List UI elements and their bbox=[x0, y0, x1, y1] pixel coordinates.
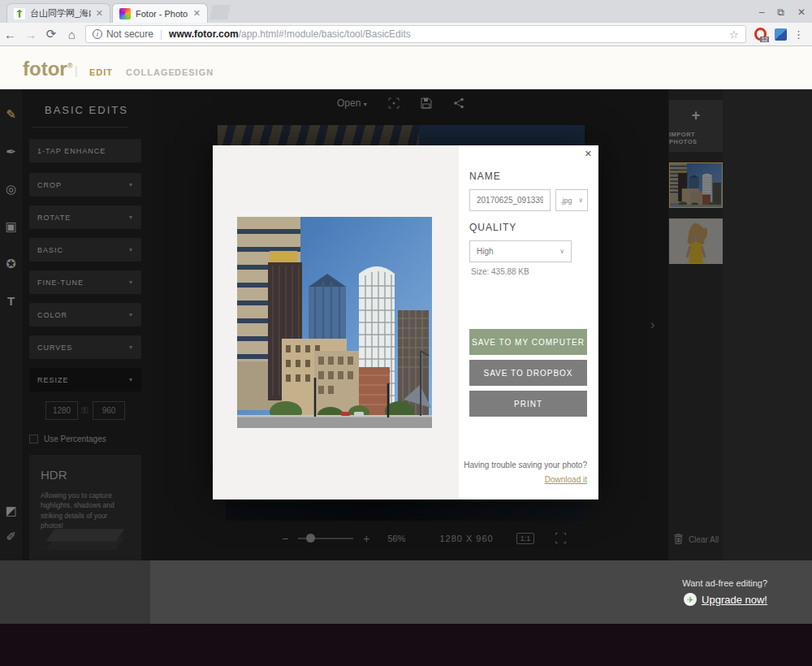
mosaic-icon[interactable]: ◩ bbox=[5, 504, 16, 518]
caret-down-icon: ▾ bbox=[129, 181, 133, 188]
download-it-link[interactable]: Download it bbox=[545, 475, 587, 484]
print-button[interactable]: PRINT bbox=[469, 391, 587, 417]
save-to-computer-button[interactable]: SAVE TO MY COMPUTER bbox=[469, 329, 587, 355]
panel-divider bbox=[32, 127, 128, 128]
file-size-text: Size: 435.88 KB bbox=[471, 267, 529, 276]
import-photos-button[interactable]: + IMPORT PHOTOS bbox=[669, 100, 723, 152]
back-icon[interactable]: ← bbox=[0, 28, 20, 41]
address-bar[interactable]: i Not secure | www.fotor.com /app.html#!… bbox=[85, 25, 746, 43]
tool-label: RESIZE bbox=[37, 376, 69, 384]
caret-down-icon: ∨ bbox=[559, 248, 564, 255]
hdr-promo-card[interactable]: HDR Allowing you to capture highlights, … bbox=[29, 455, 141, 560]
photo-thumbnail-woman[interactable] bbox=[669, 218, 723, 264]
security-label: Not secure bbox=[106, 28, 153, 40]
tool-rail: ✎ ✒ ◎ ▣ ✪ T ◩ ✐ bbox=[0, 89, 22, 560]
browser-tab-1[interactable]: 台山同学网_海内外台山 ✕ bbox=[6, 3, 110, 23]
nav-design[interactable]: DESIGN bbox=[175, 67, 214, 77]
home-icon[interactable]: ⌂ bbox=[62, 28, 82, 41]
beauty-icon[interactable]: ◎ bbox=[6, 182, 16, 197]
panel-collapse-chevron-icon[interactable]: › bbox=[650, 318, 654, 332]
url-host: www.fotor.com bbox=[169, 28, 239, 40]
aspect-lock-icon[interactable]: ⚿ bbox=[81, 405, 88, 416]
fullscreen-icon[interactable] bbox=[555, 533, 566, 545]
window-minimize-icon[interactable]: – bbox=[759, 6, 765, 18]
zoom-slider[interactable] bbox=[298, 538, 353, 539]
tool-color[interactable]: COLOR ▾ bbox=[29, 303, 141, 327]
window-controls: – ⧉ ✕ bbox=[759, 6, 806, 18]
forward-icon[interactable]: → bbox=[20, 28, 41, 41]
window-restore-icon[interactable]: ⧉ bbox=[777, 6, 784, 18]
feedback-icon[interactable]: ✐ bbox=[6, 530, 16, 544]
extension-opera-icon[interactable]: 12 bbox=[754, 28, 767, 41]
url-separator: | bbox=[160, 28, 162, 40]
logo-mark: ® bbox=[67, 62, 73, 70]
fotor-logo[interactable]: fotor® bbox=[23, 58, 72, 80]
resize-width-input[interactable] bbox=[45, 401, 78, 420]
window-close-icon[interactable]: ✕ bbox=[797, 6, 806, 18]
caret-down-icon: ▾ bbox=[129, 214, 133, 221]
new-tab-button[interactable] bbox=[209, 5, 231, 19]
page-footer-strip-left bbox=[0, 560, 150, 624]
clear-all-label: Clear All bbox=[689, 535, 719, 544]
browser-menu-icon[interactable]: ⋮ bbox=[793, 28, 804, 41]
logo-text: fotor bbox=[23, 58, 67, 80]
upgrade-now-label: Upgrade now! bbox=[702, 594, 767, 606]
frames-icon[interactable]: ▣ bbox=[5, 219, 16, 234]
resize-height-input[interactable] bbox=[93, 401, 125, 420]
save-dialog: ✕ NAME .jpg ∨ QUALITY High ∨ Size: 435.8… bbox=[213, 145, 598, 500]
tool-label: 1-TAP ENHANCE bbox=[37, 147, 106, 155]
hdr-description: Allowing you to capture highlights, shad… bbox=[41, 491, 132, 530]
reload-icon[interactable]: ⟳ bbox=[41, 27, 61, 41]
focus-icon[interactable] bbox=[388, 97, 400, 109]
canvas-photo-top bbox=[218, 125, 585, 145]
tool-1-tap-enhance[interactable]: 1-TAP ENHANCE bbox=[29, 139, 141, 162]
use-percentages-checkbox[interactable]: Use Percentages bbox=[29, 435, 106, 443]
basic-edits-icon[interactable]: ✎ bbox=[6, 107, 16, 122]
open-menu[interactable]: Open ▾ bbox=[337, 97, 367, 109]
actual-size-button[interactable]: 1:1 bbox=[516, 533, 535, 544]
url-path: /app.html#!module/basic/tool/BasicEdits bbox=[239, 28, 411, 40]
tool-rotate[interactable]: ROTATE ▾ bbox=[29, 205, 141, 229]
checkbox-icon bbox=[29, 435, 38, 443]
browser-toolbar: ← → ⟳ ⌂ i Not secure | www.fotor.com /ap… bbox=[0, 23, 812, 46]
bookmark-star-icon[interactable]: ☆ bbox=[729, 28, 739, 41]
use-percentages-label: Use Percentages bbox=[44, 435, 106, 443]
share-icon[interactable] bbox=[453, 97, 464, 109]
tool-curves[interactable]: CURVES ▾ bbox=[29, 335, 141, 359]
filename-input[interactable] bbox=[469, 189, 551, 211]
extension-select[interactable]: .jpg ∨ bbox=[555, 189, 588, 211]
browser-tab-strip: 台山同学网_海内外台山 ✕ Fotor - Photo Editing & C … bbox=[0, 0, 812, 23]
text-icon[interactable]: T bbox=[7, 294, 15, 308]
dialog-close-icon[interactable]: ✕ bbox=[585, 149, 592, 159]
zoom-slider-knob[interactable] bbox=[306, 534, 315, 543]
browser-tab-2[interactable]: Fotor - Photo Editing & C ✕ bbox=[112, 3, 208, 23]
zoom-out-icon[interactable]: − bbox=[282, 532, 288, 545]
hdr-graphic-layer bbox=[46, 529, 125, 542]
photo-thumbnail-city[interactable] bbox=[669, 162, 723, 208]
caret-down-icon: ▾ bbox=[129, 344, 133, 351]
info-icon[interactable]: i bbox=[93, 29, 102, 39]
caret-down-icon: ▾ bbox=[129, 311, 133, 318]
nav-collage[interactable]: COLLAGE bbox=[126, 67, 175, 77]
upgrade-now-link[interactable]: ✈ Upgrade now! bbox=[684, 593, 767, 606]
tab1-close-icon[interactable]: ✕ bbox=[96, 8, 103, 19]
clear-all-button[interactable]: Clear All bbox=[674, 534, 719, 546]
tool-resize[interactable]: RESIZE ▾ bbox=[29, 368, 141, 391]
tool-fine-tune[interactable]: FINE-TUNE ▾ bbox=[29, 270, 141, 294]
save-icon[interactable] bbox=[421, 97, 432, 109]
tab2-close-icon[interactable]: ✕ bbox=[193, 8, 201, 19]
rocket-icon: ✈ bbox=[684, 593, 697, 606]
tab1-title: 台山同学网_海内外台山 bbox=[30, 7, 91, 19]
effects-icon[interactable]: ✒ bbox=[6, 145, 16, 159]
tool-crop[interactable]: CROP ▾ bbox=[29, 173, 141, 197]
canvas-toolbar: Open ▾ bbox=[337, 97, 464, 109]
stickers-icon[interactable]: ✪ bbox=[6, 257, 16, 271]
extension-translate-icon[interactable] bbox=[775, 28, 787, 41]
caret-down-icon: ▾ bbox=[129, 376, 133, 383]
save-to-dropbox-button[interactable]: SAVE TO DROPBOX bbox=[469, 360, 587, 386]
zoom-in-icon[interactable]: + bbox=[363, 532, 369, 545]
nav-edit[interactable]: EDIT bbox=[89, 67, 113, 77]
tool-basic[interactable]: BASIC ▾ bbox=[29, 238, 141, 262]
quality-select[interactable]: High ∨ bbox=[469, 240, 572, 262]
trash-icon bbox=[674, 534, 683, 546]
